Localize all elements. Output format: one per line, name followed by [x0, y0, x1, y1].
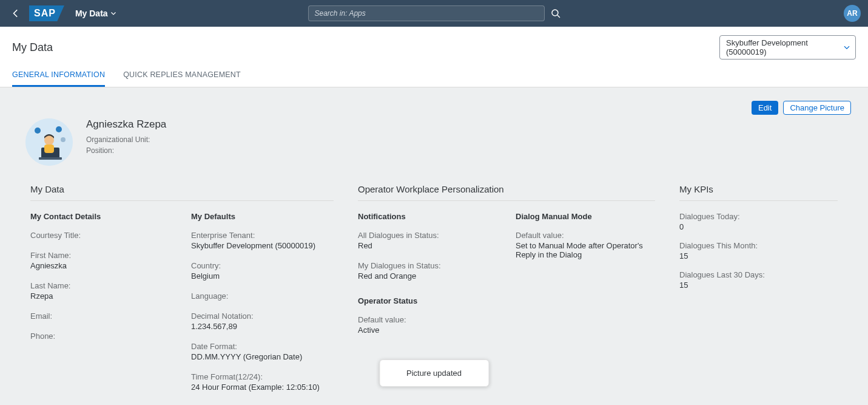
subheader: My Data Skybuffer Development (50000019)… [0, 27, 868, 87]
content-area: Edit Change Picture Agnieszka Rzepa Orga… [0, 87, 868, 405]
person-at-laptop-icon [25, 118, 73, 166]
sap-logo: SAP [29, 5, 64, 21]
field-courtesy-title: Courtesy Title: [30, 231, 173, 240]
group-heading-operator-status: Operator Status [358, 296, 497, 305]
field-decimal-notation: Decimal Notation: 1.234.567,89 [191, 311, 334, 331]
svg-line-1 [557, 15, 560, 18]
svg-point-5 [61, 137, 66, 142]
kpi-dialogues-this-month: Dialogues This Month: 15 [679, 241, 838, 260]
field-date-format: Date Format: DD.MM.YYYY (Gregorian Date) [191, 342, 334, 361]
section-title-my-data: My Data [30, 184, 334, 201]
field-enterprise-tenant: Enterprise Tenant: Skybuffer Development… [191, 231, 334, 250]
field-country: Country: Belgium [191, 261, 334, 281]
field-phone: Phone: [30, 332, 173, 341]
profile-org-unit: Organizational Unit: [86, 134, 166, 145]
search-icon[interactable] [551, 9, 560, 18]
toast-message: Picture updated [379, 359, 489, 387]
group-heading-notifications: Notifications [358, 212, 497, 221]
svg-rect-9 [44, 145, 54, 153]
profile-position: Position: [86, 145, 166, 156]
tenant-select[interactable]: Skybuffer Development (50000019) [719, 35, 856, 60]
group-heading-defaults: My Defaults [191, 212, 334, 221]
tab-bar: GENERAL INFORMATION QUICK REPLIES MANAGE… [12, 70, 856, 87]
page-title: My Data [12, 41, 53, 54]
group-heading-contact: My Contact Details [30, 212, 173, 221]
shell-header: SAP My Data AR [0, 0, 868, 27]
chevron-left-icon [12, 9, 20, 18]
svg-rect-7 [39, 157, 62, 160]
back-button[interactable] [7, 5, 24, 22]
user-avatar[interactable]: AR [844, 5, 861, 22]
svg-point-0 [552, 10, 558, 16]
section-title-personalization: Operator Workplace Personalization [358, 184, 655, 201]
field-email: Email: [30, 311, 173, 321]
kpi-dialogues-today: Dialogues Today: 0 [679, 212, 838, 231]
tab-quick-replies-management[interactable]: QUICK REPLIES MANAGEMENT [123, 70, 241, 87]
profile-full-name: Agnieszka Rzepa [86, 118, 166, 131]
field-time-format: Time Format(12/24): 24 Hour Format (Exam… [191, 372, 334, 392]
group-heading-dialog-manual-mode: Dialog Manual Mode [516, 212, 655, 221]
field-operator-status-default: Default value: Active [358, 315, 497, 335]
action-bar: Edit Change Picture [17, 101, 851, 115]
avatar [25, 118, 73, 166]
change-picture-button[interactable]: Change Picture [783, 101, 851, 115]
tenant-select-value: Skybuffer Development (50000019) [726, 38, 838, 56]
svg-point-3 [35, 128, 41, 134]
svg-point-4 [56, 126, 62, 132]
field-dialog-manual-default: Default value: Set to Manual Mode after … [516, 231, 655, 259]
field-my-dialogues-status: My Dialogues in Status: Red and Orange [358, 261, 497, 281]
tab-general-information[interactable]: GENERAL INFORMATION [12, 70, 105, 87]
field-first-name: First Name: Agnieszka [30, 251, 173, 270]
chevron-down-icon [843, 44, 850, 51]
app-title-text: My Data [75, 9, 108, 18]
app-title-dropdown[interactable]: My Data [75, 9, 116, 18]
group-contact-details: My Contact Details Courtesy Title: First… [30, 212, 173, 403]
section-my-kpis: My KPIs Dialogues Today: 0 Dialogues Thi… [679, 184, 838, 403]
edit-button[interactable]: Edit [752, 101, 778, 115]
profile-header: Agnieszka Rzepa Organizational Unit: Pos… [17, 118, 851, 166]
field-language: Language: [191, 291, 334, 301]
kpi-dialogues-last-30-days: Dialogues Last 30 Days: 15 [679, 270, 838, 290]
section-my-data: My Data My Contact Details Courtesy Titl… [30, 184, 334, 403]
search-region [308, 5, 560, 21]
search-input[interactable] [308, 5, 545, 21]
section-title-kpi: My KPIs [679, 184, 838, 201]
field-last-name: Last Name: Rzepa [30, 281, 173, 301]
chevron-down-icon [110, 10, 116, 16]
field-all-dialogues-status: All Dialogues in Status: Red [358, 231, 497, 250]
group-my-defaults: My Defaults Enterprise Tenant: Skybuffer… [191, 212, 334, 403]
